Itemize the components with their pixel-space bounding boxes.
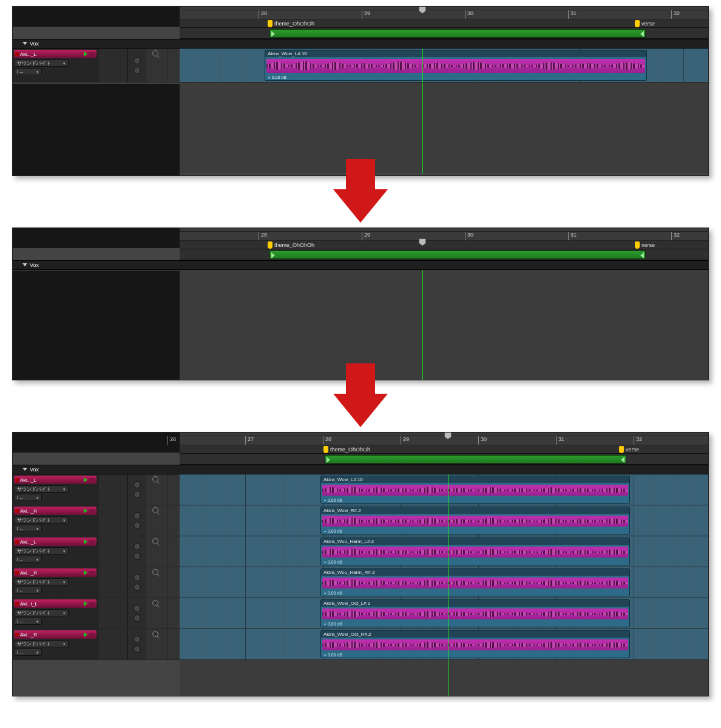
track-header[interactable]: Aki..._Rサウンドバイト▾I --▾ [13, 505, 180, 536]
track-lane[interactable]: Akira_Wow_L#.10 0.00 dB [180, 49, 708, 82]
arrange-strip[interactable] [180, 454, 708, 465]
insert-selector[interactable]: I --▾ [14, 587, 42, 594]
marker-strip[interactable]: theme_OhOhOhverse [180, 19, 708, 28]
track-name-strip[interactable]: Aki..._R [14, 568, 96, 577]
track-lane[interactable]: Akira_Wow_R#.20.00 dB [180, 505, 708, 536]
track-search-button[interactable] [146, 474, 164, 505]
audio-clip[interactable]: Akira_Wow_R#.20.00 dB [320, 507, 630, 534]
marker-pin-icon[interactable] [635, 241, 640, 249]
record-enable-icon[interactable] [15, 52, 19, 56]
input-monitor-icon[interactable] [84, 508, 87, 513]
input-monitor-icon[interactable] [84, 601, 87, 606]
audio-clip[interactable]: Akira_Wow_L#.100.00 dB [320, 476, 630, 504]
take-selector[interactable]: サウンドバイト▾ [14, 516, 69, 524]
insert-selector[interactable]: I --▾ [14, 556, 42, 563]
track-header[interactable]: Aki..._Lサウンドバイト▾I --▾ [13, 474, 180, 505]
bar-ruler[interactable]: 2829303132 [180, 10, 708, 19]
volume-fader[interactable] [98, 598, 128, 629]
take-selector[interactable]: サウンドバイト▾ [14, 640, 69, 647]
marker-pin-icon[interactable] [619, 446, 624, 453]
take-selector[interactable]: サウンドバイト▾ [14, 609, 69, 616]
input-monitor-icon[interactable] [84, 632, 87, 637]
marker-pin-icon[interactable] [635, 20, 640, 27]
track-name-strip[interactable]: Aki..._L [14, 538, 96, 546]
insert-selector[interactable]: I --▾ [14, 525, 42, 532]
marker-strip[interactable]: theme_OhOhOhverse [180, 241, 708, 249]
track-header[interactable]: Aki...t_Lサウンドバイト▾I --▾ [13, 598, 180, 629]
track-name-strip[interactable]: Aki..._L [14, 476, 96, 484]
volume-fader[interactable] [98, 567, 128, 598]
track-header[interactable]: Aki..._Lサウンドバイト▾I --▾ [13, 536, 180, 567]
aux-knob[interactable] [134, 491, 141, 498]
aux-knob[interactable] [134, 584, 141, 591]
arrange-strip[interactable] [180, 249, 708, 260]
insert-selector[interactable]: I --▾ [14, 649, 42, 656]
pan-knob[interactable] [134, 57, 141, 64]
pan-knob[interactable] [134, 574, 141, 581]
audio-clip[interactable]: Akira_Woo_Harm_L#.30.00 dB [320, 538, 630, 565]
marker-strip[interactable]: theme_OhOhOhverse [180, 445, 708, 454]
marker[interactable]: theme_OhOhOh [268, 19, 314, 28]
aux-knob[interactable] [134, 522, 141, 529]
track-name-strip[interactable]: Aki..._R [14, 507, 96, 515]
record-enable-icon[interactable] [15, 478, 19, 482]
audio-clip[interactable]: Akira_Wow_Oct_R#.20.00 dB [320, 630, 630, 658]
track-search-button[interactable] [146, 536, 164, 567]
folder-header-vox[interactable]: Vox [13, 465, 708, 474]
track-search-button[interactable] [146, 49, 164, 82]
folder-header-vox[interactable]: Vox [13, 39, 708, 49]
track-name-strip[interactable]: Aki..._L [14, 50, 96, 58]
track-header[interactable]: Aki..._Rサウンドバイト▾I --▾ [13, 567, 180, 598]
track-header[interactable]: Aki..._Rサウンドバイト▾I --▾ [13, 629, 180, 659]
marker[interactable]: theme_OhOhOh [323, 445, 370, 454]
track-search-button[interactable] [146, 629, 164, 659]
folder-disclosure-icon[interactable] [22, 42, 27, 45]
pan-knob[interactable] [134, 512, 141, 519]
record-enable-icon[interactable] [15, 633, 19, 636]
aux-knob[interactable] [134, 615, 141, 622]
audio-clip[interactable]: Akira_Wow_L#.10 0.00 dB [265, 50, 647, 81]
bar-ruler[interactable]: 2829303132 [180, 232, 708, 241]
track-lane[interactable]: Akira_Wow_L#.100.00 dB [180, 474, 708, 505]
arrange-region[interactable] [269, 251, 646, 259]
marker-pin-icon[interactable] [323, 446, 328, 453]
marker[interactable]: verse [635, 19, 655, 28]
track-header[interactable]: Aki..._L サウンドバイト▾ I --▾ [13, 49, 180, 82]
marker[interactable]: theme_OhOhOh [268, 241, 314, 249]
marker-pin-icon[interactable] [268, 241, 272, 249]
arrange-strip[interactable] [180, 28, 708, 39]
input-monitor-icon[interactable] [84, 539, 87, 544]
input-monitor-icon[interactable] [84, 477, 87, 482]
marker-pin-icon[interactable] [268, 20, 272, 27]
track-name-strip[interactable]: Aki...t_L [14, 599, 96, 608]
marker[interactable]: verse [619, 445, 639, 454]
marker[interactable]: verse [635, 241, 655, 249]
track-lane[interactable]: Akira_Woo_Harm_R#.30.00 dB [180, 567, 708, 598]
track-search-button[interactable] [146, 505, 164, 536]
arrange-region[interactable] [325, 455, 626, 463]
volume-fader[interactable] [98, 536, 128, 567]
audio-clip[interactable]: Akira_Wow_Oct_L#.20.00 dB [320, 599, 630, 627]
volume-fader[interactable] [98, 505, 128, 536]
take-selector[interactable]: サウンドバイト▾ [14, 578, 69, 585]
input-monitor-icon[interactable] [84, 570, 87, 575]
folder-disclosure-icon[interactable] [22, 468, 27, 471]
volume-fader[interactable] [98, 474, 128, 505]
volume-fader[interactable] [98, 49, 128, 82]
pan-knob[interactable] [134, 636, 141, 643]
aux-knob[interactable] [134, 645, 141, 653]
take-selector[interactable]: サウンドバイト▾ [14, 547, 69, 554]
pan-knob[interactable] [134, 543, 141, 550]
aux-knob[interactable] [134, 553, 141, 560]
insert-selector[interactable]: I --▾ [14, 68, 42, 75]
take-selector[interactable]: サウンドバイト▾ [14, 59, 69, 67]
aux-knob[interactable] [134, 67, 141, 74]
insert-selector[interactable]: I --▾ [14, 494, 42, 501]
record-enable-icon[interactable] [15, 571, 19, 575]
record-enable-icon[interactable] [15, 602, 19, 605]
track-name-strip[interactable]: Aki..._R [14, 630, 96, 639]
pan-knob[interactable] [134, 605, 141, 612]
bar-ruler[interactable]: 26272829303132 [180, 436, 708, 445]
folder-disclosure-icon[interactable] [22, 263, 27, 266]
track-search-button[interactable] [146, 567, 164, 598]
